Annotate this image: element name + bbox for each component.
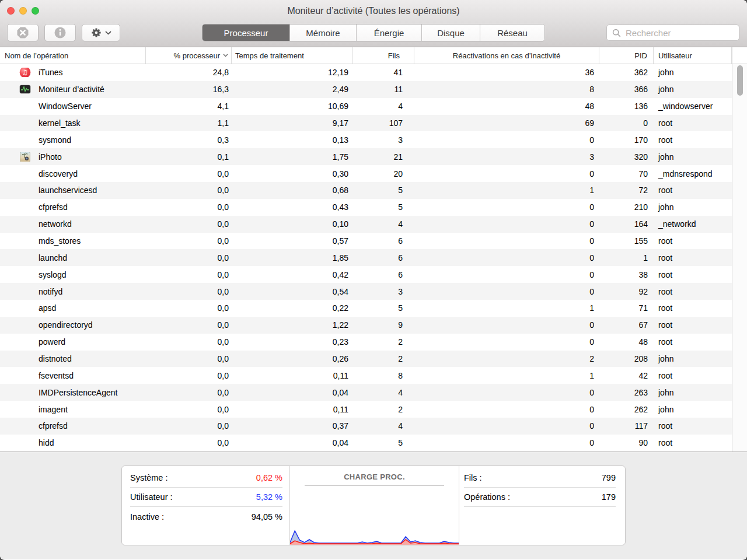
minimize-button[interactable] — [19, 7, 27, 15]
tab-disque[interactable]: Disque — [422, 24, 480, 41]
process-name: powerd — [39, 337, 65, 346]
table-row[interactable]: launchservicesd0,00,685172root — [0, 182, 732, 199]
threads-cell: 8 — [353, 371, 414, 380]
table-row[interactable]: cfprefsd0,00,3740117root — [0, 418, 732, 435]
table-row[interactable]: kernel_task1,19,17107690root — [0, 115, 732, 132]
idle-wakeups-cell: 1 — [414, 303, 599, 313]
threads-cell: 2 — [353, 354, 414, 363]
user-cell: _mdnsrespond — [654, 169, 732, 178]
column-header-name[interactable]: Nom de l’opération — [0, 47, 146, 64]
pid-cell: 136 — [599, 102, 654, 111]
pid-cell: 71 — [599, 303, 654, 313]
process-name-cell: mds_stores — [0, 236, 146, 246]
idle-wakeups-cell: 48 — [414, 102, 599, 111]
search-field[interactable] — [606, 24, 739, 41]
tab-energie[interactable]: Énergie — [357, 24, 422, 41]
threads-cell: 2 — [353, 405, 414, 414]
process-name-cell: IMDPersistenceAgent — [0, 388, 146, 397]
user-cell: root — [654, 287, 732, 296]
process-name-cell: iPhoto — [0, 152, 146, 162]
settings-menu-button[interactable] — [82, 24, 120, 41]
window-header: Moniteur d’activité (Toutes les opératio… — [0, 0, 747, 47]
user-cell: john — [654, 152, 732, 162]
process-name-cell: WindowServer — [0, 102, 146, 111]
column-header-threads[interactable]: Fils — [353, 47, 414, 64]
user-cell: john — [654, 388, 732, 397]
column-header-cpu[interactable]: % processeur — [146, 47, 232, 64]
table-row[interactable]: iPhoto0,11,75213320john — [0, 148, 732, 165]
tab-memoire[interactable]: Mémoire — [290, 24, 357, 41]
idle-wakeups-cell: 0 — [414, 337, 599, 346]
sort-descending-icon — [223, 54, 228, 57]
pid-cell: 155 — [599, 236, 654, 246]
user-cell: john — [654, 68, 732, 77]
column-header-wakeups[interactable]: Réactivations en cas d’inactivité — [414, 47, 599, 64]
table-row[interactable]: sysmond0,30,1330170root — [0, 131, 732, 148]
force-quit-button[interactable] — [7, 24, 39, 41]
cpu-time-cell: 1,22 — [232, 320, 353, 330]
cpu-percent-cell: 0,0 — [146, 186, 232, 195]
table-row[interactable]: IMDPersistenceAgent0,00,0440263john — [0, 384, 732, 401]
pid-cell: 164 — [599, 219, 654, 229]
cpu-percent-cell: 16,3 — [146, 85, 232, 94]
activity-monitor-icon — [19, 85, 31, 94]
vertical-scrollbar[interactable] — [732, 64, 747, 452]
search-input[interactable] — [624, 27, 734, 38]
zoom-button[interactable] — [32, 7, 39, 15]
table-row[interactable]: networkd0,00,1040164_networkd — [0, 216, 732, 233]
table-row[interactable]: fseventsd0,00,118142root — [0, 367, 732, 384]
process-name: discoveryd — [39, 169, 78, 178]
table-row[interactable]: hidd0,00,045090root — [0, 435, 732, 452]
scrollbar-thumb[interactable] — [737, 65, 743, 96]
threads-cell: 5 — [353, 186, 414, 195]
table-row[interactable]: syslogd0,00,426038root — [0, 266, 732, 283]
process-name-cell: ♫iTunes — [0, 68, 146, 77]
table-row[interactable]: launchd0,01,85601root — [0, 249, 732, 266]
table-row[interactable]: WindowServer4,110,69448136_windowserver — [0, 98, 732, 115]
tab-reseau[interactable]: Réseau — [480, 24, 544, 41]
user-cell: root — [654, 303, 732, 313]
table-row[interactable]: ♫iTunes24,812,194136362john — [0, 64, 732, 81]
process-name: iPhoto — [39, 152, 62, 162]
close-button[interactable] — [7, 7, 15, 15]
chart-title: CHARGE PROC. — [290, 473, 459, 481]
stat-value: 94,05 % — [252, 512, 282, 522]
stat-row: Inactive : 94,05 % — [130, 507, 282, 526]
pid-cell: 0 — [599, 118, 654, 128]
table-row[interactable]: distnoted0,00,2622208john — [0, 351, 732, 368]
cpu-time-cell: 0,68 — [232, 186, 353, 195]
process-name-cell: cfprefsd — [0, 421, 146, 430]
idle-wakeups-cell: 0 — [414, 438, 599, 447]
idle-wakeups-cell: 0 — [414, 405, 599, 414]
table-row[interactable]: Moniteur d’activité16,32,49118366john — [0, 81, 732, 98]
column-header-pid[interactable]: PID — [599, 47, 654, 64]
tab-processeur[interactable]: Processeur — [203, 24, 290, 41]
threads-cell: 11 — [353, 85, 414, 94]
process-name: hidd — [39, 438, 54, 447]
table-row[interactable]: apsd0,00,225171root — [0, 300, 732, 317]
cpu-percent-cell: 0,3 — [146, 135, 232, 145]
table-row[interactable]: powerd0,00,232048root — [0, 334, 732, 351]
itunes-icon: ♫ — [19, 68, 31, 77]
cpu-percent-cell: 0,0 — [146, 337, 232, 346]
column-header-time[interactable]: Temps de traitement — [232, 47, 353, 64]
user-cell: root — [654, 270, 732, 279]
idle-wakeups-cell: 0 — [414, 270, 599, 279]
user-cell: root — [654, 371, 732, 380]
table-row[interactable]: mds_stores0,00,5760155root — [0, 233, 732, 250]
search-icon — [612, 29, 621, 37]
table-row[interactable]: discoveryd0,00,3020070_mdnsrespond — [0, 165, 732, 182]
column-header-user[interactable]: Utilisateur — [654, 47, 732, 64]
table-row[interactable]: opendirectoryd0,01,229067root — [0, 317, 732, 334]
idle-wakeups-cell: 0 — [414, 219, 599, 229]
user-cell: root — [654, 186, 732, 195]
process-name: WindowServer — [39, 102, 92, 111]
table-row[interactable]: imagent0,00,1120262john — [0, 401, 732, 418]
cpu-percent-cell: 0,0 — [146, 202, 232, 212]
pid-cell: 90 — [599, 438, 654, 447]
inspect-button[interactable] — [44, 24, 76, 41]
table-row[interactable]: notifyd0,00,543092root — [0, 283, 732, 300]
user-cell: root — [654, 421, 732, 430]
table-row[interactable]: cfprefsd0,00,4350210john — [0, 199, 732, 216]
idle-wakeups-cell: 0 — [414, 253, 599, 262]
